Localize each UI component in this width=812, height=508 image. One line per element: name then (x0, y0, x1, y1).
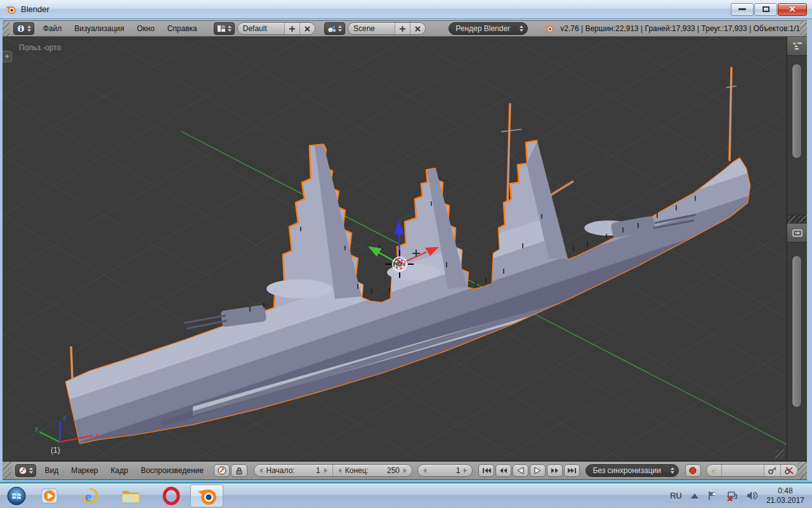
scene-add-button[interactable] (395, 23, 410, 34)
realtime-playback-toggle[interactable] (214, 464, 230, 477)
layout-name-field[interactable]: Default (238, 23, 285, 34)
header-grip-left[interactable] (3, 21, 10, 36)
action-center-flag-icon[interactable] (707, 491, 717, 501)
decrement-arrow[interactable] (423, 468, 426, 473)
layout-delete-button[interactable] (300, 23, 315, 34)
sync-mode-select[interactable]: Без синхронизации (586, 464, 678, 477)
auto-keyframe-record-button[interactable] (685, 464, 701, 477)
timeline-menu-frame[interactable]: Кадр (111, 466, 128, 475)
next-keyframe-icon (551, 467, 559, 474)
start-button[interactable] (0, 484, 33, 508)
maximize-button[interactable] (754, 3, 777, 16)
volume-icon[interactable] (747, 491, 757, 500)
language-indicator[interactable]: RU (670, 491, 682, 500)
increment-arrow[interactable] (324, 468, 327, 473)
menu-help[interactable]: Справка (167, 24, 197, 33)
end-frame-field[interactable]: Конец: 250 (333, 465, 412, 476)
properties-panel[interactable] (787, 243, 807, 461)
playback-controls (478, 464, 580, 477)
start-frame-field[interactable]: Начало: 1 (254, 465, 333, 476)
play-reverse-icon (517, 467, 524, 474)
end-frame-value: 250 (387, 466, 400, 475)
timeline-grip-right[interactable] (798, 462, 807, 479)
record-icon (689, 467, 697, 474)
taskbar-clock[interactable]: 0:48 21.03.2017 (766, 486, 804, 505)
window-title: Blender (21, 4, 49, 14)
delete-keyframe-button[interactable] (781, 465, 797, 476)
editor-type-button[interactable] (13, 22, 34, 35)
maximize-icon (763, 6, 769, 12)
play-icon (534, 467, 541, 474)
play-button[interactable] (530, 464, 546, 477)
increment-arrow[interactable] (464, 468, 467, 473)
info-editor-icon (16, 24, 25, 33)
toolshelf-expand-tab[interactable]: + (3, 51, 12, 62)
scene-statistics: v2.76 | Вершин:22,913 | Граней:17,933 | … (560, 24, 800, 33)
jump-to-start-button[interactable] (478, 464, 494, 477)
editor-type-arrows (27, 25, 31, 32)
render-engine-select[interactable]: Рендер Blender (449, 22, 528, 35)
current-frame-field[interactable]: 1 (418, 465, 472, 476)
play-reverse-button[interactable] (513, 464, 528, 477)
decrement-arrow[interactable] (338, 468, 341, 473)
scene-delete-button[interactable] (410, 23, 425, 34)
blender-window: Файл Визуализация Окно Справка Default (0, 19, 812, 483)
windows-taskbar: e RU (0, 483, 812, 508)
window-titlebar[interactable]: Blender ✕ (0, 0, 812, 19)
jump-end-icon (568, 467, 577, 474)
header-grip-right[interactable] (800, 21, 807, 36)
menu-window[interactable]: Окно (137, 24, 155, 33)
start-frame-label: Начало: (266, 466, 317, 475)
key-icon (712, 467, 716, 474)
system-tray: RU 0:48 21.03.2017 (670, 486, 812, 505)
taskbar-blender-button[interactable] (190, 485, 223, 507)
current-frame-value: 1 (430, 466, 460, 475)
viewport-corner-grip[interactable] (775, 450, 784, 458)
timeline-editor-type-button[interactable] (15, 464, 36, 477)
menu-render[interactable]: Визуализация (74, 24, 124, 33)
3d-viewport[interactable]: Польз.-орто + (1) x y z (3, 37, 787, 461)
scene-name-field[interactable]: Scene (348, 23, 395, 34)
axis-mini-gizmo: x y z (34, 409, 104, 453)
keying-set-field[interactable] (722, 465, 765, 476)
info-header: Файл Визуализация Окно Справка Default (3, 20, 807, 37)
editor-divider-grip[interactable] (787, 215, 807, 224)
taskbar-wmp-button[interactable] (33, 484, 66, 508)
hidden-icons-chevron[interactable] (691, 493, 698, 498)
layout-add-button[interactable] (285, 23, 300, 34)
taskbar-explorer-button[interactable] (114, 484, 147, 508)
minimize-button[interactable] (731, 3, 754, 16)
editor-type-arrows (29, 467, 33, 474)
timeline-grip-left[interactable] (3, 462, 11, 479)
network-status-icon[interactable] (726, 491, 738, 501)
properties-icon (792, 229, 802, 237)
outliner-scrollbar[interactable] (792, 64, 802, 159)
clock-date: 21.03.2017 (766, 496, 804, 505)
outliner-icon (792, 42, 802, 51)
timeline-menu-view[interactable]: Вид (45, 466, 59, 475)
next-keyframe-button[interactable] (547, 464, 563, 477)
key-icon (768, 467, 776, 474)
taskbar-ie-button[interactable]: e (74, 484, 107, 508)
prev-keyframe-icon (499, 467, 508, 474)
prev-keyframe-button[interactable] (495, 464, 511, 477)
properties-scrollbar[interactable] (792, 255, 802, 408)
timeline-menu-marker[interactable]: Маркер (71, 466, 98, 475)
menu-file[interactable]: Файл (43, 24, 62, 33)
add-keyframe-button[interactable] (764, 465, 781, 476)
scene-browse-button[interactable] (324, 22, 345, 35)
clock-icon (18, 466, 27, 475)
timeline-menu-playback[interactable]: Воспроизведение (141, 466, 204, 475)
layout-browse-button[interactable] (214, 22, 235, 35)
outliner-header[interactable] (787, 37, 807, 56)
keying-set-widget (706, 464, 799, 477)
decrement-arrow[interactable] (259, 468, 263, 473)
scene-icon (327, 25, 336, 33)
properties-header[interactable] (787, 224, 807, 243)
close-button[interactable]: ✕ (778, 3, 807, 16)
lock-frame-toggle[interactable] (231, 464, 247, 477)
increment-arrow[interactable] (403, 468, 407, 473)
jump-to-end-button[interactable] (564, 464, 580, 477)
outliner-panel[interactable] (787, 56, 807, 215)
taskbar-opera-button[interactable] (155, 484, 188, 508)
